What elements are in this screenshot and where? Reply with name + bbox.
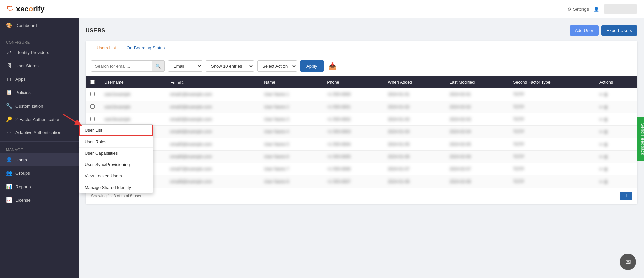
settings-icon: ⚙ xyxy=(567,7,571,12)
sidebar-item-label: Identity Providers xyxy=(15,50,49,55)
main-content: USERS Add User Export Users Users List O… xyxy=(79,18,644,278)
row-username: user2example xyxy=(100,101,165,113)
policies-icon: 📋 xyxy=(6,89,12,95)
row-actions: ✏ 🗑 xyxy=(595,126,637,138)
row-name: User Name 1 xyxy=(259,88,322,101)
row-actions: ✏ 🗑 xyxy=(595,101,637,113)
configure-label: Configure xyxy=(0,36,79,46)
row-sft: TOTP xyxy=(508,113,595,126)
users-table: Username Email⇅ Name Phone When Added La… xyxy=(86,76,637,188)
sidebar-item-adaptive-auth[interactable]: 🛡 Adaptive Authentication xyxy=(0,126,79,139)
groups-icon: 👥 xyxy=(6,170,12,176)
row-checkbox[interactable] xyxy=(90,92,95,96)
action-select[interactable]: Select Action Delete Enable Disable xyxy=(257,60,297,72)
row-last-modified: 2024-02-07 xyxy=(445,163,508,175)
showing-text: Showing 1 - 8 of total 8 users xyxy=(91,194,143,198)
row-actions: ✏ 🗑 xyxy=(595,88,637,101)
row-when-added: 2024-01-07 xyxy=(383,163,445,175)
filters-row: 🔍 Email Username Name Show 10 entries Sh… xyxy=(86,55,637,76)
pagination-button[interactable]: 1 xyxy=(620,192,632,200)
sidebar-item-license[interactable]: 📈 License xyxy=(0,193,79,207)
row-username: user1example xyxy=(100,88,165,101)
col-actions: Actions xyxy=(595,76,637,88)
email-filter-select[interactable]: Email Username Name xyxy=(168,60,202,72)
row-sft: TOTP xyxy=(508,163,595,175)
reports-icon: 📊 xyxy=(6,184,12,190)
row-sft: TOTP xyxy=(508,126,595,138)
sidebar-item-apps[interactable]: ◻ Apps xyxy=(0,72,79,86)
sidebar-item-identity-providers[interactable]: ⇄ Identity Providers xyxy=(0,46,79,59)
row-phone: +1 555-0005 xyxy=(322,151,383,163)
sidebar-item-label: Policies xyxy=(15,90,31,95)
row-last-modified: 2024-02-01 xyxy=(445,88,508,101)
tab-on-boarding-status[interactable]: On Boarding Status xyxy=(121,41,170,55)
sidebar: 🎨 Dashboard Configure ⇄ Identity Provide… xyxy=(0,18,79,278)
row-name: User Name 7 xyxy=(259,163,322,175)
row-name: User Name 4 xyxy=(259,126,322,138)
sidebar-divider-manage xyxy=(0,141,79,142)
mail-float-button[interactable]: ✉ xyxy=(620,254,636,270)
row-last-modified: 2024-02-04 xyxy=(445,126,508,138)
dropdown-item-user-roles[interactable]: User Roles xyxy=(79,136,153,148)
sidebar-item-policies[interactable]: 📋 Policies xyxy=(0,86,79,99)
dropdown-item-user-capabilities[interactable]: User Capabilities xyxy=(79,148,153,159)
search-button[interactable]: 🔍 xyxy=(152,61,164,71)
row-checkbox[interactable] xyxy=(90,104,95,109)
page-header: USERS Add User Export Users xyxy=(86,25,637,36)
topbar: 🛡 xecorify ⚙ Settings 👤 xyxy=(0,0,644,18)
mail-icon: ✉ xyxy=(625,258,631,266)
dropdown-item-user-list[interactable]: User List xyxy=(79,125,153,136)
import-icon-button[interactable]: 📥 xyxy=(328,62,337,70)
add-user-button[interactable]: Add User xyxy=(570,25,599,36)
dashboard-icon: 🎨 xyxy=(6,22,12,28)
row-checkbox[interactable] xyxy=(90,117,95,121)
select-all-checkbox[interactable] xyxy=(90,80,95,84)
col-username: Username xyxy=(100,76,165,88)
row-phone: +1 555-0007 xyxy=(322,175,383,188)
show-entries-select[interactable]: Show 10 entries Show 25 entries Show 50 … xyxy=(206,60,254,72)
row-phone: +1 555-0002 xyxy=(322,113,383,126)
sidebar-item-customization[interactable]: 🔧 Customization xyxy=(0,99,79,113)
import-icon: 📥 xyxy=(328,62,337,70)
row-when-added: 2024-01-05 xyxy=(383,138,445,151)
row-email: email5@example.com xyxy=(165,138,259,151)
sidebar-item-users[interactable]: 👤 Users xyxy=(0,153,79,166)
tab-users-list[interactable]: Users List xyxy=(91,41,121,55)
row-phone: +1 555-0004 xyxy=(322,138,383,151)
apply-button[interactable]: Apply xyxy=(300,60,324,72)
sidebar-item-label: Customization xyxy=(15,104,43,109)
sidebar-item-label: Reports xyxy=(15,184,31,189)
sidebar-item-groups[interactable]: 👥 Groups xyxy=(0,166,79,180)
export-users-button[interactable]: Export Users xyxy=(601,25,637,36)
search-input[interactable] xyxy=(91,64,152,69)
settings-link[interactable]: ⚙ Settings xyxy=(567,7,589,12)
table-row: user5example email5@example.com User Nam… xyxy=(86,138,637,151)
table-row: user3example email3@example.com User Nam… xyxy=(86,113,637,126)
logo-text: xecorify xyxy=(16,5,44,13)
row-name: User Name 8 xyxy=(259,175,322,188)
settings-label: Settings xyxy=(573,7,589,12)
table-row: user1example email1@example.com User Nam… xyxy=(86,88,637,101)
send-feedback-button[interactable]: Send Feedback xyxy=(637,117,644,161)
sidebar-item-reports[interactable]: 📊 Reports xyxy=(0,180,79,193)
dropdown-item-user-sync[interactable]: User Sync/Provisioning xyxy=(79,159,153,170)
sidebar-item-label: Adaptive Authentication xyxy=(15,130,61,135)
sidebar-item-label: Apps xyxy=(15,77,26,82)
row-checkbox-cell xyxy=(86,88,100,101)
table-footer: Showing 1 - 8 of total 8 users 1 xyxy=(86,188,637,204)
row-when-added: 2024-01-02 xyxy=(383,101,445,113)
dropdown-item-manage-shared[interactable]: Manage Shared Identity xyxy=(79,182,153,193)
row-actions: ✏ 🗑 xyxy=(595,113,637,126)
row-last-modified: 2024-02-05 xyxy=(445,138,508,151)
sidebar-item-dashboard[interactable]: 🎨 Dashboard xyxy=(0,18,79,32)
row-phone: +1 555-0006 xyxy=(322,163,383,175)
dropdown-item-view-locked[interactable]: View Locked Users xyxy=(79,170,153,182)
row-actions: ✏ 🗑 xyxy=(595,151,637,163)
sidebar-item-2fa[interactable]: 🔑 2-Factor Authentication xyxy=(0,113,79,126)
search-wrapper: 🔍 xyxy=(91,60,165,72)
sidebar-item-label: Users xyxy=(15,157,27,162)
sidebar-item-user-stores[interactable]: 🗄 User Stores xyxy=(0,59,79,72)
table-row: user2example email2@example.com User Nam… xyxy=(86,101,637,113)
manage-label: Manage xyxy=(0,144,79,153)
table-row: user4example email4@example.com User Nam… xyxy=(86,126,637,138)
